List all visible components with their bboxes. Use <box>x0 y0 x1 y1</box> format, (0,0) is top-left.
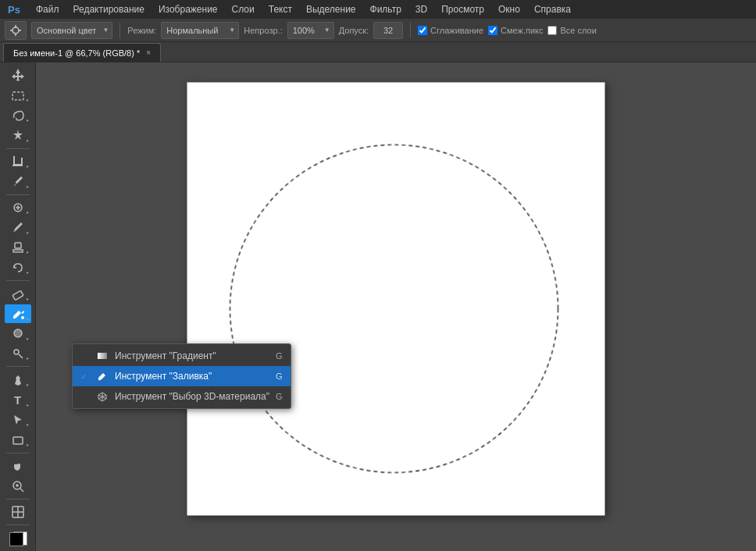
marquee-tool[interactable]: ▸ <box>5 86 31 105</box>
tolerance-label: Допуск: <box>339 26 369 35</box>
all-layers-checkbox[interactable] <box>547 26 557 35</box>
corner-arrow: ▸ <box>27 402 29 407</box>
tool-sep-3 <box>6 280 30 281</box>
menu-file[interactable]: Файл <box>30 2 66 16</box>
canvas-document <box>187 83 605 516</box>
mode-label: Режим: <box>127 26 156 35</box>
heal-tool[interactable]: ▸ <box>5 198 31 218</box>
move-tool[interactable] <box>5 66 31 85</box>
3d-material-icon <box>96 390 109 403</box>
tool-sep-2 <box>6 194 30 195</box>
svg-marker-7 <box>13 130 23 140</box>
contiguous-checkbox[interactable] <box>488 26 497 35</box>
context-menu-item-3d-material[interactable]: Инструмент "Выбор 3D-материала" G <box>73 386 291 407</box>
context-menu-item-gradient[interactable]: Инструмент "Градиент" G <box>73 346 291 366</box>
menu-help[interactable]: Справка <box>528 2 577 16</box>
magic-wand-tool[interactable]: ▸ <box>5 126 31 145</box>
menu-filter[interactable]: Фильтр <box>364 2 408 16</box>
document-tab[interactable]: Без имени-1 @ 66,7% (RGB/8) * × <box>3 43 161 62</box>
brush-tool[interactable]: ▸ <box>5 218 31 237</box>
corner-arrow: ▸ <box>27 117 29 123</box>
menu-image[interactable]: Изображение <box>152 2 224 16</box>
svg-point-21 <box>14 350 19 354</box>
3d-material-shortcut: G <box>276 392 283 401</box>
anti-alias-checkbox[interactable] <box>418 26 427 35</box>
stamp-tool[interactable]: ▸ <box>5 238 31 258</box>
options-toolbar: Основной цвет ▼ Режим: Нормальный ▼ Непр… <box>0 19 756 42</box>
corner-arrow: ▸ <box>27 163 29 169</box>
mode-dropdown-arrow: ▼ <box>229 27 235 34</box>
toolbar-sep-2 <box>410 23 411 38</box>
gradient-tool-shortcut: G <box>276 351 283 361</box>
svg-line-26 <box>20 489 23 492</box>
fg-color-swatch[interactable] <box>9 532 23 546</box>
pen-tool[interactable]: ▸ <box>5 370 31 389</box>
svg-rect-6 <box>12 92 23 100</box>
context-menu: Инструмент "Градиент" G ✓ Инструмент "За… <box>72 343 291 409</box>
svg-rect-17 <box>12 291 23 300</box>
dropdown-arrow-icon: ▼ <box>102 27 109 34</box>
corner-arrow: ▸ <box>27 296 29 301</box>
fill-tool-icon <box>96 370 109 382</box>
menu-text[interactable]: Текст <box>262 2 298 16</box>
tool-preset-dropdown[interactable]: Основной цвет ▼ <box>31 22 112 39</box>
ps-logo: Ps <box>3 0 25 19</box>
opacity-dropdown[interactable]: 100% ▼ <box>287 22 334 39</box>
svg-rect-16 <box>13 250 23 252</box>
gradient-tool-icon <box>96 350 109 362</box>
tool-sep-1 <box>6 148 30 149</box>
tool-sep-5 <box>6 453 30 453</box>
history-brush-tool[interactable]: ▸ <box>5 258 31 277</box>
menu-layers[interactable]: Слои <box>226 2 261 16</box>
corner-arrow: ▸ <box>27 209 29 215</box>
corner-arrow: ▸ <box>27 183 29 189</box>
text-tool-icon: T <box>14 393 21 407</box>
svg-marker-23 <box>14 415 22 425</box>
extra-tool[interactable] <box>5 503 31 522</box>
tool-sep-4 <box>6 366 30 367</box>
menu-select[interactable]: Выделение <box>300 2 362 16</box>
anti-alias-group: Сглаживание <box>418 26 483 35</box>
eraser-tool[interactable]: ▸ <box>5 284 31 304</box>
toolbar-sep-1 <box>119 23 120 38</box>
corner-arrow: ▸ <box>27 315 29 321</box>
corner-arrow: ▸ <box>27 382 29 387</box>
svg-rect-15 <box>15 243 21 248</box>
menu-3d[interactable]: 3D <box>409 2 433 16</box>
opacity-label: Непрозр.: <box>244 26 282 35</box>
hand-tool[interactable] <box>5 457 31 476</box>
mode-dropdown[interactable]: Нормальный ▼ <box>161 22 239 39</box>
menu-view[interactable]: Просмотр <box>435 2 490 16</box>
tolerance-input[interactable] <box>373 22 403 39</box>
text-tool[interactable]: T ▸ <box>5 390 31 410</box>
tool-sep-7 <box>6 524 30 525</box>
context-menu-item-fill[interactable]: ✓ Инструмент "Заливка" G <box>73 366 291 386</box>
blur-tool[interactable]: ▸ <box>5 324 31 343</box>
color-box <box>5 528 31 548</box>
canvas-area[interactable]: Инструмент "Градиент" G ✓ Инструмент "За… <box>36 62 756 551</box>
path-select-tool[interactable]: ▸ <box>5 411 31 430</box>
corner-arrow: ▸ <box>27 336 29 341</box>
dodge-tool[interactable]: ▸ <box>5 344 31 364</box>
shape-tool[interactable]: ▸ <box>5 430 31 450</box>
lasso-tool[interactable]: ▸ <box>5 105 31 125</box>
fill-tool[interactable]: ▸ <box>5 304 31 324</box>
corner-arrow: ▸ <box>27 355 29 361</box>
fill-tool-shortcut: G <box>276 371 283 381</box>
opacity-arrow: ▼ <box>324 27 330 34</box>
anti-alias-label: Сглаживание <box>430 26 483 35</box>
main-area: ▸ ▸ ▸ ▸ ▸ ▸ ▸ <box>0 62 756 551</box>
menu-edit[interactable]: Редактирование <box>67 2 151 16</box>
tool-sep-6 <box>6 499 30 499</box>
canvas-container <box>187 83 605 516</box>
tool-options-icon[interactable] <box>5 21 27 40</box>
crop-tool[interactable]: ▸ <box>5 151 31 171</box>
zoom-tool[interactable] <box>5 476 31 496</box>
all-layers-group: Все слои <box>547 26 596 35</box>
check-icon-active: ✓ <box>80 372 90 381</box>
tab-close-button[interactable]: × <box>146 48 151 57</box>
menu-window[interactable]: Окно <box>492 2 526 16</box>
eyedropper-tool[interactable]: ▸ <box>5 172 31 191</box>
tab-bar: Без имени-1 @ 66,7% (RGB/8) * × <box>0 42 756 62</box>
all-layers-label: Все слои <box>560 26 596 35</box>
